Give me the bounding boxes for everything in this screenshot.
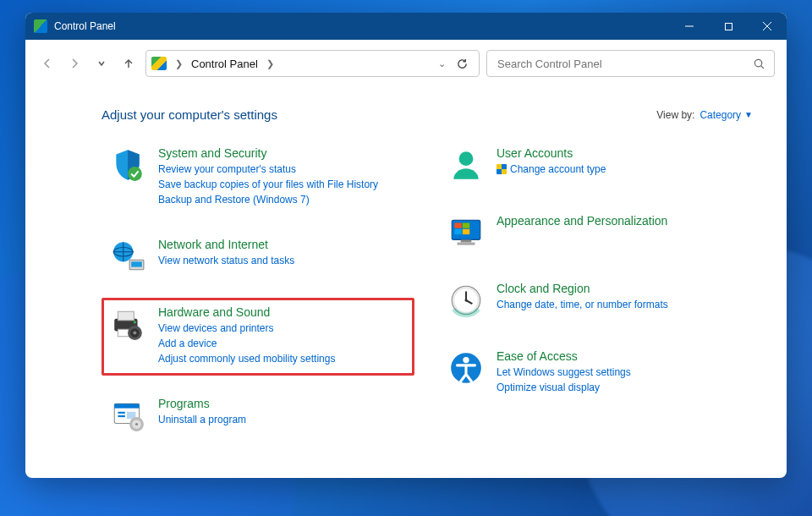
svg-rect-30 xyxy=(463,222,469,228)
view-by-dropdown[interactable]: Category ▼ xyxy=(700,109,753,121)
svg-rect-12 xyxy=(118,311,134,321)
svg-line-5 xyxy=(761,65,764,68)
svg-point-25 xyxy=(135,423,138,425)
svg-point-26 xyxy=(459,151,474,166)
category-printer: Hardware and SoundView devices and print… xyxy=(102,298,414,376)
caret-down-icon: ▼ xyxy=(744,110,753,119)
address-control-panel-icon xyxy=(151,57,167,70)
view-by-value: Category xyxy=(700,109,741,121)
navigation-toolbar: ❯ Control Panel ❯ ⌄ xyxy=(25,40,787,85)
category-link[interactable]: Adjust commonly used mobility settings xyxy=(158,351,335,366)
svg-rect-10 xyxy=(131,261,142,266)
control-panel-icon xyxy=(34,19,47,33)
category-link[interactable]: View network status and tasks xyxy=(158,253,294,268)
category-body: Network and InternetView network status … xyxy=(158,238,294,275)
breadcrumb[interactable]: Control Panel xyxy=(191,58,258,70)
category-network: Network and InternetView network status … xyxy=(102,230,414,284)
category-body: System and SecurityReview your computer'… xyxy=(158,146,378,207)
chevron-down-icon[interactable]: ⌄ xyxy=(438,58,446,69)
category-link[interactable]: Save backup copies of your files with Fi… xyxy=(158,177,378,192)
category-link[interactable]: Optimize visual display xyxy=(497,380,631,395)
category-body: Hardware and SoundView devices and print… xyxy=(158,305,335,366)
address-bar[interactable]: ❯ Control Panel ❯ ⌄ xyxy=(145,50,480,77)
category-access: Ease of AccessLet Windows suggest settin… xyxy=(440,342,753,404)
search-input[interactable] xyxy=(496,57,753,71)
svg-rect-29 xyxy=(454,222,461,228)
svg-point-4 xyxy=(754,59,761,66)
category-body: Ease of AccessLet Windows suggest settin… xyxy=(497,349,631,395)
chevron-right-icon[interactable]: ❯ xyxy=(172,58,186,69)
clock-icon xyxy=(447,282,485,319)
back-button[interactable] xyxy=(37,53,58,74)
category-column-left: System and SecurityReview your computer'… xyxy=(102,139,414,443)
category-title[interactable]: Network and Internet xyxy=(158,238,294,251)
category-title[interactable]: Programs xyxy=(158,397,246,410)
monitor-icon xyxy=(447,214,485,251)
user-icon xyxy=(447,146,485,184)
category-body: Clock and RegionChange date, time, or nu… xyxy=(497,282,668,319)
category-monitor: Appearance and Personalization xyxy=(440,206,753,261)
svg-point-6 xyxy=(128,167,142,181)
titlebar: Control Panel xyxy=(25,13,787,40)
chevron-right-icon[interactable]: ❯ xyxy=(263,58,277,69)
recent-locations-button[interactable] xyxy=(91,53,112,74)
uac-shield-icon xyxy=(497,164,507,174)
svg-point-39 xyxy=(464,299,467,301)
refresh-button[interactable] xyxy=(451,58,474,70)
svg-rect-31 xyxy=(454,229,461,234)
category-link[interactable]: Backup and Restore (Windows 7) xyxy=(158,192,378,207)
category-link[interactable]: Review your computer's status xyxy=(158,162,378,177)
svg-rect-21 xyxy=(118,415,124,417)
up-button[interactable] xyxy=(118,53,139,74)
control-panel-window: Control Panel ❯ Co xyxy=(25,13,787,478)
search-box[interactable] xyxy=(486,50,775,77)
category-body: Appearance and Personalization xyxy=(497,214,667,251)
category-programs: ProgramsUninstall a program xyxy=(102,389,414,443)
maximize-button[interactable] xyxy=(709,13,748,40)
category-title[interactable]: Clock and Region xyxy=(497,282,668,295)
category-title[interactable]: User Accounts xyxy=(497,146,606,160)
svg-point-14 xyxy=(134,321,136,323)
view-by-label: View by: xyxy=(656,109,694,121)
programs-icon xyxy=(109,397,146,434)
printer-icon xyxy=(109,305,146,343)
category-title[interactable]: Appearance and Personalization xyxy=(497,214,667,228)
svg-rect-32 xyxy=(463,229,469,234)
close-button[interactable] xyxy=(748,13,787,40)
page-title: Adjust your computer's settings xyxy=(102,107,277,122)
category-link[interactable]: View devices and printers xyxy=(158,321,335,336)
category-link[interactable]: Change date, time, or number formats xyxy=(497,297,668,312)
category-shield: System and SecurityReview your computer'… xyxy=(102,139,414,217)
window-title: Control Panel xyxy=(54,20,116,32)
access-icon xyxy=(447,349,485,387)
svg-rect-19 xyxy=(114,403,139,408)
forward-button[interactable] xyxy=(64,53,85,74)
category-link[interactable]: Change account type xyxy=(497,162,606,177)
category-column-right: User AccountsChange account typeAppearan… xyxy=(440,139,753,443)
svg-point-17 xyxy=(133,331,136,334)
category-body: ProgramsUninstall a program xyxy=(158,397,246,434)
category-body: User AccountsChange account type xyxy=(497,146,606,184)
category-user: User AccountsChange account type xyxy=(440,139,753,193)
svg-rect-33 xyxy=(461,239,472,242)
search-icon xyxy=(753,58,765,70)
content-header: Adjust your computer's settings View by:… xyxy=(102,107,753,122)
svg-rect-20 xyxy=(118,412,124,414)
svg-rect-34 xyxy=(458,243,475,245)
category-title[interactable]: Ease of Access xyxy=(497,349,631,363)
category-link[interactable]: Let Windows suggest settings xyxy=(497,365,631,380)
category-link[interactable]: Uninstall a program xyxy=(158,412,246,427)
network-icon xyxy=(109,238,146,275)
category-link[interactable]: Add a device xyxy=(158,336,335,351)
svg-point-41 xyxy=(463,357,469,363)
view-by-control: View by: Category ▼ xyxy=(656,109,753,121)
category-clock: Clock and RegionChange date, time, or nu… xyxy=(440,274,753,328)
window-controls xyxy=(670,13,787,40)
category-title[interactable]: System and Security xyxy=(158,146,378,160)
category-grid: System and SecurityReview your computer'… xyxy=(102,139,753,443)
category-title[interactable]: Hardware and Sound xyxy=(158,305,335,319)
shield-icon xyxy=(109,146,146,184)
content-area: Adjust your computer's settings View by:… xyxy=(25,85,787,478)
svg-rect-1 xyxy=(725,23,732,30)
minimize-button[interactable] xyxy=(670,13,709,40)
